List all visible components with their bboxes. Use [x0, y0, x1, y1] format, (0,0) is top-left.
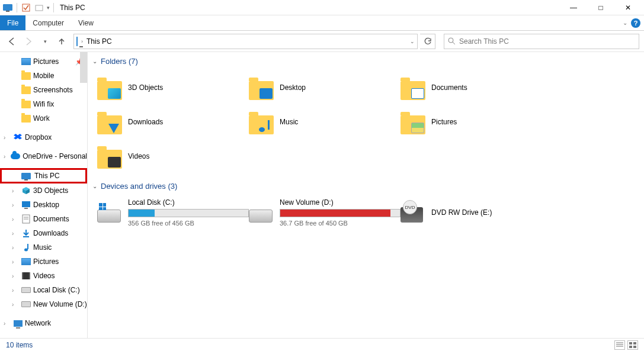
expand-chevron-icon[interactable]: ›	[12, 287, 19, 294]
section-drives-header[interactable]: ⌄ Devices and drives (3)	[92, 182, 639, 191]
svg-rect-21	[633, 342, 636, 344]
dvd-drive-icon	[401, 207, 423, 223]
folder-tile-documents[interactable]: Documents	[401, 70, 552, 105]
nav-forward-button[interactable]	[21, 34, 36, 49]
navigation-pane[interactable]: ›Pictures📌›Mobile›Screenshots›Wifi fix›W…	[0, 52, 88, 338]
folder-icon	[401, 110, 425, 134]
drive-tile-dvd-rw-drive-e-[interactable]: DVD RW Drive (E:)	[401, 195, 552, 230]
ribbon-collapse-chevron[interactable]: ⌄	[623, 20, 627, 26]
folder-tile-pictures[interactable]: Pictures	[401, 105, 552, 139]
breadcrumb-icon	[76, 37, 78, 46]
window-controls: — □ ✕	[560, 0, 642, 15]
tree-item-network[interactable]: ›Network	[0, 316, 87, 330]
tree-item-label: This PC	[33, 171, 84, 181]
expand-chevron-icon[interactable]: ›	[4, 153, 8, 160]
help-button[interactable]: ?	[631, 18, 640, 28]
maximize-button[interactable]: □	[587, 0, 614, 15]
qat-properties-icon[interactable]	[21, 2, 31, 13]
folder-icon	[21, 99, 31, 109]
tree-item-local-disk-c-[interactable]: ›Local Disk (C:)	[0, 283, 87, 297]
folder-tile-videos[interactable]: Videos	[97, 139, 249, 173]
breadcrumb-chevron[interactable]: ›	[81, 38, 83, 44]
tab-file[interactable]: File	[0, 15, 25, 30]
drive-tile-local-disk-c-[interactable]: Local Disk (C:)356 GB free of 456 GB	[97, 195, 249, 230]
tree-item-3d-objects[interactable]: ›3D Objects	[0, 183, 87, 198]
tree-item-label: Screenshots	[33, 86, 73, 94]
capacity-bar	[280, 209, 401, 217]
free-space-text: 356 GB free of 456 GB	[128, 220, 249, 227]
close-button[interactable]: ✕	[614, 0, 642, 15]
nav-back-button[interactable]	[5, 34, 19, 49]
tree-item-desktop[interactable]: ›Desktop	[0, 198, 87, 212]
tree-item-label: Local Disk (C:)	[33, 286, 80, 294]
tab-computer[interactable]: Computer	[25, 15, 71, 30]
svg-rect-23	[633, 346, 636, 348]
expand-chevron-icon[interactable]: ›	[12, 259, 19, 265]
tree-item-pictures[interactable]: ›Pictures📌	[0, 54, 87, 69]
tree-item-label: OneDrive - Personal	[23, 152, 87, 160]
nav-up-button[interactable]	[55, 34, 69, 49]
tree-item-pictures[interactable]: ›Pictures	[0, 255, 87, 269]
expand-chevron-icon[interactable]: ›	[12, 216, 19, 223]
tree-item-new-volume-d-[interactable]: ›New Volume (D:)	[0, 297, 87, 311]
qat-new-folder-icon[interactable]	[34, 2, 44, 13]
nav-recent-chevron[interactable]: ▾	[38, 34, 52, 49]
view-details-button[interactable]	[614, 340, 625, 350]
drive-name: Local Disk (C:)	[128, 198, 249, 207]
minimize-button[interactable]: —	[560, 0, 587, 15]
drive-icon	[249, 210, 273, 223]
folder-tile-downloads[interactable]: Downloads	[97, 105, 249, 139]
tree-item-mobile[interactable]: ›Mobile	[0, 69, 87, 83]
folder-name: Music	[280, 118, 298, 126]
capacity-bar	[128, 209, 249, 217]
scrollbar-thumb[interactable]	[80, 52, 87, 83]
folder-icon	[249, 75, 274, 100]
tree-item-documents[interactable]: ›Documents	[0, 212, 87, 226]
tree-item-label: Pictures	[33, 257, 59, 266]
expand-chevron-icon[interactable]: ›	[12, 244, 19, 251]
ribbon-tabs: File Computer View ⌄ ?	[0, 15, 644, 31]
folder-tile-music[interactable]: Music	[249, 105, 401, 139]
folder-icon	[21, 85, 31, 95]
doc-icon	[21, 214, 31, 224]
expand-chevron-icon[interactable]: ›	[12, 188, 19, 194]
dropbox-icon	[13, 133, 23, 142]
expand-chevron-icon[interactable]: ›	[12, 301, 19, 308]
tree-item-label: Downloads	[33, 229, 68, 237]
svg-rect-16	[29, 272, 30, 279]
content-area[interactable]: ⌄ Folders (7) 3D ObjectsDesktopDocuments…	[88, 52, 644, 338]
address-history-chevron[interactable]: ⌄	[410, 38, 415, 44]
expand-chevron-icon[interactable]: ›	[12, 202, 19, 208]
tree-item-label: Documents	[33, 215, 69, 223]
tab-view[interactable]: View	[71, 15, 101, 30]
collapse-chevron-icon[interactable]: ⌄	[92, 183, 97, 189]
tree-item-label: Dropbox	[25, 133, 52, 141]
search-input[interactable]: Search This PC	[444, 34, 639, 49]
refresh-button[interactable]	[420, 34, 435, 49]
tree-item-screenshots[interactable]: ›Screenshots	[0, 83, 87, 97]
breadcrumb-text[interactable]: This PC	[86, 37, 112, 46]
expand-chevron-icon[interactable]: ›	[12, 273, 19, 279]
tree-item-onedrive-personal[interactable]: ›OneDrive - Personal	[0, 149, 87, 163]
expand-chevron-icon[interactable]: ›	[4, 320, 11, 327]
tree-item-dropbox[interactable]: ›Dropbox	[0, 130, 87, 144]
folder-tile-desktop[interactable]: Desktop	[249, 70, 401, 105]
tree-item-work[interactable]: ›Work	[0, 111, 87, 125]
tree-item-music[interactable]: ›Music	[0, 240, 87, 255]
tree-item-this-pc[interactable]: ›This PC	[0, 168, 87, 183]
section-folders-header[interactable]: ⌄ Folders (7)	[92, 57, 639, 66]
section-folders-label: Folders (7)	[101, 57, 138, 66]
cloud-icon	[11, 152, 20, 161]
expand-chevron-icon[interactable]: ›	[4, 134, 11, 141]
expand-chevron-icon[interactable]: ›	[12, 230, 19, 237]
tree-item-wifi-fix[interactable]: ›Wifi fix	[0, 97, 87, 111]
collapse-chevron-icon[interactable]: ⌄	[92, 58, 97, 65]
drive-tile-new-volume-d-[interactable]: New Volume (D:)36.7 GB free of 450 GB	[249, 195, 401, 230]
view-large-icons-button[interactable]	[627, 340, 638, 350]
address-bar[interactable]: › This PC ⌄	[73, 34, 418, 49]
tree-item-downloads[interactable]: ›Downloads	[0, 226, 87, 240]
qat-customize-chevron[interactable]: ▾	[47, 5, 50, 11]
tree-item-videos[interactable]: ›Videos	[0, 269, 87, 283]
folder-tile-3d-objects[interactable]: 3D Objects	[97, 70, 249, 105]
svg-rect-15	[22, 272, 23, 279]
